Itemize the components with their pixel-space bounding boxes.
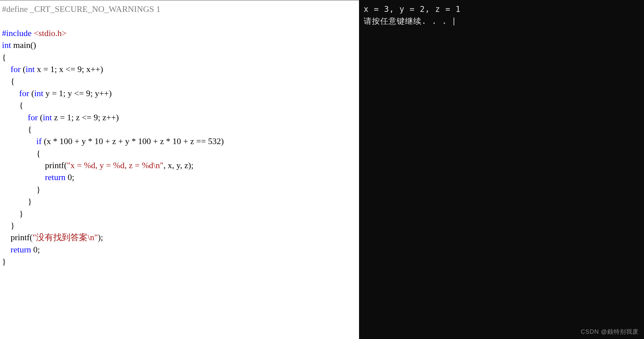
indent <box>2 64 11 74</box>
brace-close: } <box>2 209 23 218</box>
indent <box>2 136 36 146</box>
type-int: int <box>26 64 35 74</box>
watermark-text: CSDN @颇特别我废 <box>581 327 639 336</box>
brace-open: { <box>2 149 40 158</box>
keyword-return: return <box>45 172 65 182</box>
type-int: int <box>2 40 11 50</box>
console-line-prompt: 请按任意键继续. . . <box>364 15 639 27</box>
brace-close: } <box>2 257 6 266</box>
keyword-for: for <box>28 113 38 122</box>
console-output[interactable]: x = 3, y = 2, z = 1 请按任意键继续. . . CSDN @颇… <box>359 0 644 339</box>
preprocessor-define: #define <box>2 4 28 14</box>
code-editor[interactable]: #define _CRT_SECURE_NO_WARNINGS 1 #inclu… <box>0 0 359 339</box>
macro-name: _CRT_SECURE_NO_WARNINGS 1 <box>28 4 160 14</box>
include-header: <stdio.h> <box>32 28 67 38</box>
indent <box>2 113 28 122</box>
brace-close: } <box>2 197 32 206</box>
string-literal: "x = %d, y = %d, z = %d\n" <box>67 161 163 170</box>
blank-line <box>2 15 357 27</box>
brace-close: } <box>2 221 15 230</box>
string-literal: "没有找到答案\n" <box>32 233 98 242</box>
keyword-return: return <box>11 245 31 254</box>
brace-open: { <box>2 125 32 134</box>
keyword-for: for <box>19 89 29 98</box>
printf-call: printf( <box>2 161 67 170</box>
main-function: main() <box>11 40 36 50</box>
type-int: int <box>34 89 43 98</box>
cursor-icon <box>454 18 454 25</box>
brace-open: { <box>2 100 23 110</box>
keyword-for: for <box>11 64 20 74</box>
printf-call: printf( <box>2 233 32 242</box>
preprocessor-include: #include <box>2 28 32 38</box>
brace-open: { <box>2 53 6 62</box>
indent <box>2 245 11 254</box>
brace-open: { <box>2 76 15 86</box>
type-int: int <box>43 113 52 122</box>
brace-close: } <box>2 185 40 194</box>
console-line-output: x = 3, y = 2, z = 1 <box>364 3 639 15</box>
indent <box>2 89 19 98</box>
keyword-if: if <box>36 136 42 146</box>
indent <box>2 172 45 182</box>
if-condition: (x * 100 + y * 10 + z + y * 100 + z * 10… <box>42 136 224 146</box>
